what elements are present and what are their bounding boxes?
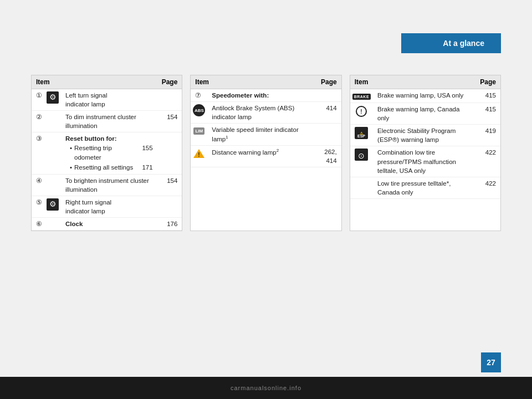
table-2: Item Page ⑦ Speedometer with: ABS Antilo… <box>190 75 341 231</box>
row-icon: ABS <box>191 102 207 124</box>
table-1-header: Item Page <box>32 75 182 89</box>
svg-text:⊙: ⊙ <box>358 151 365 160</box>
table-row: Low tire pressure telltale*, Canada only… <box>350 177 500 198</box>
table-row: ① ⚙ Left turn signalindicator lamp <box>32 89 182 111</box>
row-bold-label: Clock <box>65 221 83 227</box>
table-row: ⑥ Clock 176 <box>32 218 182 231</box>
row-num: ⑦ <box>191 89 207 102</box>
row-page <box>157 196 182 217</box>
row-desc: Variable speed limiter indicator lamp1 <box>207 124 316 146</box>
row-page <box>316 124 341 146</box>
row-desc: Combination low tire pressure/TPMS malfu… <box>373 146 475 177</box>
bullet-list: Resetting trip odometer 155 Resetting al… <box>65 143 153 172</box>
row-icon: ⚠ ESP <box>350 125 373 146</box>
row-desc: To dim instrument cluster illumination <box>61 111 157 132</box>
list-item-page: 171 <box>137 163 152 172</box>
row-desc: To brighten instrument cluster illuminat… <box>61 174 157 196</box>
list-item-page: 155 <box>137 144 152 152</box>
gear-right-icon: ⚙ <box>47 198 59 211</box>
row-page: 422 <box>475 177 500 198</box>
table-row: ⚠ ESP Electronic Stability Program (ESP®… <box>350 125 500 146</box>
row-num: ⑤ <box>32 196 44 217</box>
triangle-warning-icon: ! <box>193 148 205 159</box>
row-icon: ⊙ <box>350 146 373 177</box>
row-page: 154 <box>157 174 182 196</box>
row-desc: Clock <box>61 218 157 231</box>
row-desc: Reset button for: Resetting trip odomete… <box>61 132 157 174</box>
row-icon: ! <box>350 103 373 125</box>
table-2-col-item: Item <box>191 75 316 89</box>
list-item-text: Resetting all settings <box>74 163 133 172</box>
row-icon: ⚙ <box>44 89 61 111</box>
row-desc: Right turn signalindicator lamp <box>61 196 157 217</box>
table-1: Item Page ① ⚙ Left turn signalindicator … <box>31 75 182 231</box>
table-3: Item Page BRAKE Brake warning lamp, USA … <box>350 75 501 231</box>
row-icon: LIM <box>191 124 207 146</box>
page-number-text: 27 <box>487 358 495 367</box>
page-number: 27 <box>481 352 501 372</box>
table-2-col-page: Page <box>316 75 341 89</box>
row-desc: Speedometer with: <box>207 89 316 102</box>
row-page: 415 <box>475 89 500 103</box>
table-row: ③ Reset button for: Resetting trip odome… <box>32 132 182 174</box>
row-icon: ! <box>191 146 207 167</box>
circle-brake-icon: ! <box>355 105 367 117</box>
table-1-col-page: Page <box>157 75 182 89</box>
row-desc: Brake warning lamp, USA only <box>373 89 475 103</box>
row-icon <box>350 177 373 198</box>
list-item-text: Resetting trip odometer <box>74 144 135 161</box>
row-page <box>157 132 182 174</box>
row-icon <box>44 132 61 174</box>
gear-left-icon: ⚙ <box>47 91 59 104</box>
lim-icon: LIM <box>193 127 204 135</box>
row-num: ⑥ <box>32 218 44 231</box>
row-page: 176 <box>157 218 182 231</box>
row-bold-label: Reset button for: <box>65 135 117 142</box>
table-row: ④ To brighten instrument cluster illumin… <box>32 174 182 196</box>
row-page: 422 <box>475 146 500 177</box>
row-page: 262,414 <box>316 146 341 167</box>
row-icon <box>44 174 61 196</box>
svg-text:ESP: ESP <box>357 134 365 138</box>
row-icon <box>44 111 61 132</box>
watermark-text: carmanualsonline.info <box>231 385 301 391</box>
row-page: 414 <box>316 102 341 124</box>
row-desc: Brake warning lamp, Canada only <box>373 103 475 125</box>
table-row: ② To dim instrument cluster illumination… <box>32 111 182 132</box>
row-icon: BRAKE <box>350 89 373 103</box>
table-row: BRAKE Brake warning lamp, USA only 415 <box>350 89 500 103</box>
table-row: ! Distance warning lamp2 262,414 <box>191 146 341 167</box>
tables-container: Item Page ① ⚙ Left turn signalindicator … <box>31 75 501 231</box>
row-num: ③ <box>32 132 44 174</box>
table-row: ⑤ ⚙ Right turn signalindicator lamp <box>32 196 182 217</box>
row-page: 419 <box>475 125 500 146</box>
abs-icon: ABS <box>193 104 205 116</box>
table-row: ! Brake warning lamp, Canada only 415 <box>350 103 500 125</box>
svg-text:!: ! <box>198 152 200 158</box>
row-desc: Antilock Brake System (ABS) indicator la… <box>207 102 316 124</box>
header-title: At a glance <box>443 39 484 48</box>
row-icon: ⚙ <box>44 196 61 217</box>
table-row: ABS Antilock Brake System (ABS) indicato… <box>191 102 341 124</box>
row-page: 415 <box>475 103 500 125</box>
tire-pressure-icon: ⊙ <box>355 149 368 161</box>
list-item: Resetting all settings 171 <box>70 162 153 172</box>
row-num: ④ <box>32 174 44 196</box>
row-num: ② <box>32 111 44 132</box>
row-desc: Electronic Stability Program (ESP®) warn… <box>373 125 475 146</box>
table-2-header: Item Page <box>191 75 341 89</box>
list-item: Resetting trip odometer 155 <box>70 143 153 162</box>
esp-icon: ⚠ ESP <box>355 127 368 139</box>
row-page: 154 <box>157 111 182 132</box>
row-icon <box>44 218 61 231</box>
table-3-header: Item Page <box>350 75 500 89</box>
table-row: LIM Variable speed limiter indicator lam… <box>191 124 341 146</box>
row-desc: Distance warning lamp2 <box>207 146 316 167</box>
bottom-bar: carmanualsonline.info <box>0 377 532 399</box>
row-page <box>316 89 341 102</box>
table-1-col-item: Item <box>32 75 157 89</box>
row-num: ① <box>32 89 44 111</box>
brake-icon: BRAKE <box>352 94 371 100</box>
header-banner: At a glance <box>401 33 501 53</box>
row-page <box>157 89 182 111</box>
